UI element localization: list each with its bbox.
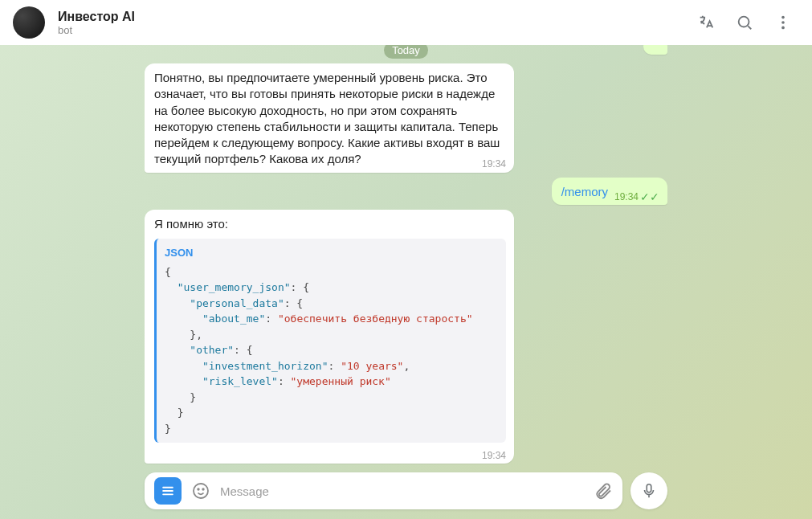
bubble: Понятно, вы предпочитаете умеренный уров…: [145, 63, 514, 173]
bubble: Я помню это: JSON { "user_memory_json": …: [145, 210, 514, 464]
svg-point-9: [202, 488, 204, 490]
chat-subtitle: bot: [58, 24, 683, 36]
svg-point-0: [739, 17, 749, 27]
message-time: 19:34: [482, 449, 506, 462]
input-row: [145, 464, 667, 519]
chat-area: Today Понятно, вы предпочитаете умеренны…: [0, 45, 812, 519]
message-time: 19:34 ✓✓: [614, 190, 659, 203]
more-icon[interactable]: [773, 13, 793, 32]
code-block: JSON { "user_memory_json": { "personal_d…: [154, 239, 506, 443]
code-language-label: JSON: [165, 245, 498, 261]
date-separator: Today: [145, 45, 667, 59]
svg-rect-4: [162, 487, 173, 488]
menu-button[interactable]: [154, 477, 182, 505]
svg-point-1: [781, 16, 785, 19]
header-title-block[interactable]: Инвестор AI bot: [58, 10, 683, 36]
read-checks-icon: ✓✓: [640, 191, 659, 202]
svg-rect-6: [162, 493, 173, 495]
message-text: Понятно, вы предпочитаете умеренный уров…: [154, 71, 500, 166]
voice-button[interactable]: [630, 472, 667, 509]
message-incoming[interactable]: Понятно, вы предпочитаете умеренный уров…: [145, 63, 667, 173]
chat-header: Инвестор AI bot: [0, 0, 812, 45]
message-intro: Я помню это:: [154, 216, 506, 232]
date-label: Today: [384, 45, 428, 59]
message-time: 19:34: [482, 157, 506, 170]
svg-point-8: [198, 488, 199, 490]
command-link[interactable]: /memory: [561, 185, 608, 198]
attach-icon[interactable]: [594, 481, 613, 501]
message-outgoing[interactable]: /memory 19:34 ✓✓: [145, 178, 667, 205]
svg-point-7: [194, 484, 208, 498]
message-input[interactable]: [220, 484, 584, 498]
svg-point-2: [781, 21, 785, 24]
bubble: /memory 19:34 ✓✓: [552, 178, 667, 205]
svg-point-3: [781, 27, 785, 30]
svg-rect-5: [162, 490, 173, 492]
message-input-box: [145, 472, 622, 509]
svg-rect-10: [647, 484, 651, 492]
chat-name: Инвестор AI: [58, 10, 683, 24]
message-incoming[interactable]: Я помню это: JSON { "user_memory_json": …: [145, 210, 667, 464]
translate-icon[interactable]: [696, 13, 716, 32]
messages-scroll[interactable]: Today Понятно, вы предпочитаете умеренны…: [145, 45, 667, 464]
header-actions: [696, 13, 793, 32]
search-icon[interactable]: [735, 13, 754, 32]
emoji-icon[interactable]: [191, 481, 210, 501]
avatar[interactable]: [13, 6, 45, 39]
